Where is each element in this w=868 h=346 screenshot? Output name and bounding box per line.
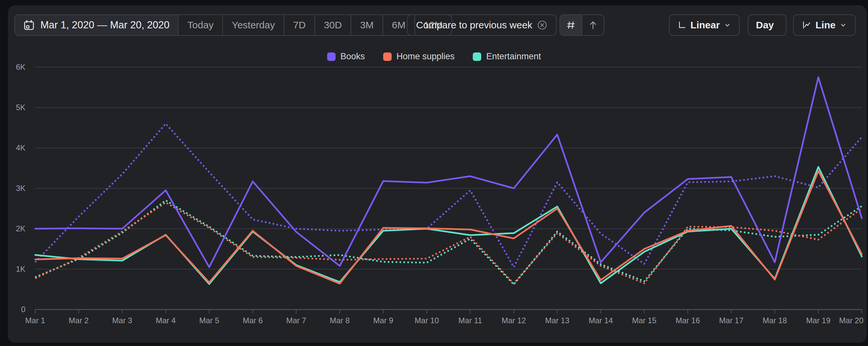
x-axis-label: Mar 18 [763, 316, 787, 325]
x-axis-label: Mar 4 [156, 316, 176, 325]
compare-label: Compare to previous week [416, 20, 532, 31]
x-axis-label: Mar 13 [545, 316, 569, 325]
chart-legend: BooksHome suppliesEntertainment [0, 52, 868, 62]
y-axis-label: 3K [16, 184, 25, 193]
y-axis-label: 2K [16, 224, 25, 233]
y-axis-label: 4K [16, 143, 25, 152]
dismiss-circle-icon[interactable] [537, 20, 548, 30]
x-axis-label: Mar 20 [839, 316, 863, 325]
legend-swatch [383, 53, 392, 61]
scale-dropdown[interactable]: Linear [669, 14, 740, 36]
x-axis-label: Mar 17 [719, 316, 744, 325]
x-axis-label: Mar 14 [588, 316, 613, 325]
quick-range-today[interactable]: Today [178, 15, 222, 35]
chevron-down-icon [724, 22, 731, 29]
grid-toggle-button[interactable] [560, 15, 582, 35]
legend-item-home-supplies[interactable]: Home supplies [383, 52, 455, 62]
granularity-label: Day [756, 20, 774, 31]
x-axis-label: Mar 10 [414, 316, 439, 325]
date-range-label: Mar 1, 2020 — Mar 20, 2020 [40, 19, 169, 31]
legend-label: Entertainment [486, 52, 541, 62]
x-axis-label: Mar 2 [69, 316, 89, 325]
granularity-dropdown[interactable]: Day [748, 14, 786, 36]
legend-label: Home supplies [397, 52, 455, 62]
toolbar: Mar 1, 2020 — Mar 20, 2020 TodayYesterda… [0, 0, 868, 39]
x-axis-label: Mar 9 [373, 316, 393, 325]
legend-swatch [327, 53, 336, 61]
legend-item-entertainment[interactable]: Entertainment [473, 52, 541, 62]
arrow-up-toggle-button[interactable] [582, 15, 604, 35]
quick-range-7d[interactable]: 7D [284, 15, 314, 35]
x-axis-label: Mar 16 [676, 316, 700, 325]
compare-button[interactable]: Compare to previous week [407, 14, 557, 36]
date-range-button[interactable]: Mar 1, 2020 — Mar 20, 2020 [15, 15, 178, 35]
y-axis-label: 0 [21, 305, 25, 314]
legend-item-books[interactable]: Books [327, 52, 365, 62]
axis-icon [678, 21, 686, 30]
x-axis-label: Mar 12 [501, 316, 526, 325]
date-range-group: Mar 1, 2020 — Mar 20, 2020 TodayYesterda… [14, 14, 452, 36]
x-axis-label: Mar 8 [330, 316, 350, 325]
line-chart-icon [802, 20, 811, 30]
x-axis-label: Mar 5 [199, 316, 219, 325]
y-axis-label: 1K [16, 264, 25, 273]
x-axis-label: Mar 6 [243, 316, 262, 325]
y-axis-label: 6K [16, 63, 25, 71]
chart-type-dropdown[interactable]: Line [793, 14, 856, 36]
quick-range-3m[interactable]: 3M [350, 15, 382, 35]
x-axis-label: Mar 15 [632, 316, 656, 325]
legend-swatch [473, 53, 481, 61]
calendar-icon [24, 20, 34, 31]
quick-range-30d[interactable]: 30D [314, 15, 350, 35]
quick-range-yesterday[interactable]: Yesterday [222, 15, 283, 35]
y-axis-label: 5K [16, 103, 25, 112]
x-axis-label: Mar 1 [25, 316, 45, 325]
display-toggle-group [559, 14, 604, 36]
x-axis-label: Mar 19 [806, 316, 831, 325]
x-axis-label: Mar 11 [459, 316, 482, 325]
chart-type-label: Line [815, 20, 836, 31]
series-entertainment [35, 167, 862, 284]
arrow-up-icon [588, 20, 598, 30]
series-home-supplies-previous-week- [35, 202, 862, 283]
chevron-down-icon [840, 22, 846, 29]
x-axis-label: Mar 7 [286, 316, 306, 325]
legend-label: Books [340, 52, 365, 62]
scale-label: Linear [690, 20, 720, 31]
series-entertainment-previous-week- [35, 200, 862, 284]
grid-icon [566, 20, 576, 30]
x-axis-label: Mar 3 [112, 316, 132, 325]
